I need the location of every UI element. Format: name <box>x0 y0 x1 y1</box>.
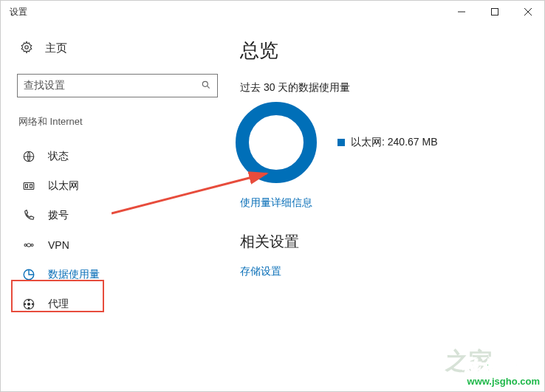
gear-icon <box>20 41 33 56</box>
chart-subtitle: 过去 30 天的数据使用量 <box>240 81 532 94</box>
ethernet-icon <box>21 179 36 193</box>
nav-label: VPN <box>48 239 69 251</box>
svg-line-6 <box>207 86 209 88</box>
usage-details-link[interactable]: 使用量详细信息 <box>240 196 532 210</box>
legend-ethernet: 以太网: 240.67 MB <box>337 136 438 149</box>
svg-rect-10 <box>30 185 32 188</box>
nav-label: 数据使用量 <box>48 268 100 281</box>
svg-point-11 <box>24 244 27 247</box>
nav-item-data-usage[interactable]: 数据使用量 <box>17 260 234 289</box>
search-icon <box>201 80 211 92</box>
related-settings-heading: 相关设置 <box>240 232 532 252</box>
nav-label: 代理 <box>48 298 69 311</box>
maximize-button[interactable] <box>478 1 511 23</box>
minimize-button[interactable] <box>445 1 478 23</box>
legend-label: 以太网: 240.67 MB <box>351 136 438 149</box>
nav-list: 状态 以太网 拨号 VPN <box>17 142 234 319</box>
nav-item-dialup[interactable]: 拨号 <box>17 201 234 230</box>
data-usage-icon <box>21 267 36 282</box>
nav-label: 拨号 <box>48 209 69 222</box>
close-button[interactable] <box>511 1 544 23</box>
home-label: 主页 <box>45 41 67 55</box>
svg-point-16 <box>28 300 30 301</box>
nav-item-proxy[interactable]: 代理 <box>17 289 234 319</box>
search-placeholder: 查找设置 <box>24 79 201 92</box>
home-button[interactable]: 主页 <box>17 36 234 61</box>
vpn-icon <box>21 238 36 252</box>
svg-point-5 <box>202 81 208 86</box>
category-label: 网络和 Internet <box>17 115 234 128</box>
main-content: 总览 过去 30 天的数据使用量 以太网: 240.67 MB 使用量详细信息 … <box>234 23 532 391</box>
nav-label: 以太网 <box>48 179 79 193</box>
window-title: 设置 <box>10 6 27 18</box>
legend-color-swatch <box>337 139 345 146</box>
svg-point-4 <box>25 46 29 49</box>
nav-item-status[interactable]: 状态 <box>17 142 234 171</box>
search-input[interactable]: 查找设置 <box>17 74 218 97</box>
nav-item-ethernet[interactable]: 以太网 <box>17 171 234 201</box>
svg-rect-9 <box>26 185 28 188</box>
window-titlebar: 设置 <box>1 1 544 23</box>
svg-point-18 <box>24 303 26 305</box>
svg-point-12 <box>31 244 33 247</box>
phone-icon <box>21 208 36 223</box>
nav-item-vpn[interactable]: VPN <box>17 230 234 260</box>
nav-label: 状态 <box>48 150 69 163</box>
svg-rect-1 <box>491 9 498 16</box>
globe-icon <box>21 149 36 164</box>
page-title: 总览 <box>240 38 532 63</box>
proxy-icon <box>21 297 36 312</box>
svg-point-17 <box>28 307 30 309</box>
sidebar: 主页 查找设置 网络和 Internet 状态 以太网 <box>13 23 234 391</box>
svg-point-15 <box>28 303 30 306</box>
svg-point-19 <box>32 303 33 305</box>
storage-settings-link[interactable]: 存储设置 <box>240 265 532 278</box>
usage-donut-chart <box>236 102 317 183</box>
